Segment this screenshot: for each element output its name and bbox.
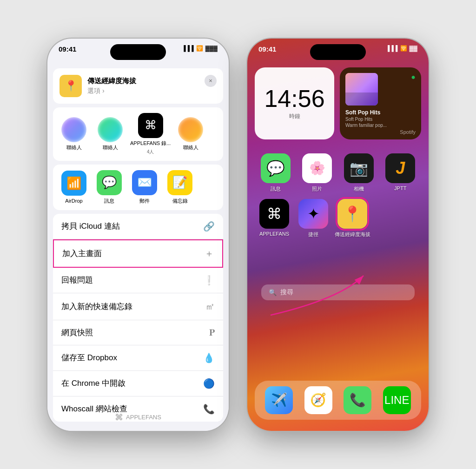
home-app-applefans[interactable]: ⌘ APPLEFANS [255, 199, 294, 238]
battery-icon: ▓▓▓ [205, 45, 218, 52]
jptt-label-home: JPTT [394, 185, 406, 191]
applefans-label-home: APPLEFANS [259, 231, 289, 237]
watermark-icon: ⌘ [115, 412, 123, 423]
share-close-button[interactable]: × [205, 75, 217, 87]
dynamic-island-right [310, 44, 366, 60]
whoscall-icon: 📞 [203, 403, 215, 415]
action-chrome[interactable]: 在 Chrome 中開啟 🔵 [53, 371, 223, 396]
notes-label: 備忘錄 [172, 198, 188, 205]
spotify-widget[interactable]: ● Soft Pop Hits Soft Pop Hits Warm famil… [340, 67, 421, 139]
watermark: ⌘ APPLEFANS [115, 412, 161, 423]
dock-phone[interactable]: 📞 [344, 386, 371, 414]
share-sheet: 📍 傳送經緯度海拔 選項 › × 聯絡人 聯絡人 ⌘ [47, 64, 229, 431]
person-1[interactable]: 聯絡人 [58, 117, 90, 151]
camera-label-home: 相機 [354, 185, 364, 192]
avatar-4 [178, 117, 203, 142]
home-app-camera[interactable]: 📷 相機 [344, 153, 374, 192]
photos-icon-home: 🌸 [302, 153, 332, 183]
spotify-art [345, 73, 378, 106]
app-message[interactable]: 💬 訊息 [93, 170, 126, 205]
home-app-shortcuts[interactable]: ✦ 捷徑 [294, 199, 333, 238]
dock: ✈️ 🧭 📞 LINE [255, 381, 421, 420]
mail-label: 郵件 [139, 198, 150, 205]
airdrop-label: AirDrop [65, 198, 82, 204]
home-app-photos[interactable]: 🌸 照片 [302, 153, 332, 192]
dock-safari[interactable]: 🧭 [304, 386, 332, 414]
people-row: 聯絡人 聯絡人 ⌘ APPLEFANS 錄... 4人 聯絡人 [53, 107, 223, 161]
action-add-home[interactable]: 加入主畫面 ＋ [53, 239, 223, 268]
avatar-2 [98, 117, 123, 142]
dropbox-label: 儲存至 Dropbox [61, 352, 117, 363]
snapshot-icon: 𝐏 [209, 327, 215, 338]
dock-line[interactable]: LINE [383, 386, 411, 414]
app-row-1: 💬 訊息 🌸 照片 📷 相機 J JPTT [247, 146, 429, 192]
spotify-playlist: Soft Pop Hits [345, 109, 416, 116]
search-icon-home: 🔍 [269, 289, 277, 296]
home-app-geo[interactable]: 📍 傳送經緯度海拔 [333, 199, 372, 238]
photos-label-home: 照片 [312, 185, 322, 192]
spotify-icon: ● [411, 73, 416, 81]
applefans-icon-home: ⌘ [259, 199, 289, 229]
share-header: 📍 傳送經緯度海拔 選項 › × [53, 68, 223, 104]
status-time-right: 09:41 [258, 45, 276, 53]
report-label: 回報問題 [61, 275, 93, 285]
action-report[interactable]: 回報問題 ❕ [53, 268, 223, 293]
add-home-label: 加入主畫面 [62, 248, 102, 259]
chrome-label: 在 Chrome 中開啟 [61, 378, 126, 389]
quicknote-icon: ㎡ [205, 300, 215, 313]
app-airdrop[interactable]: 📶 AirDrop [58, 171, 90, 204]
signal-icon: ▐▐▐ [182, 45, 194, 52]
home-app-message[interactable]: 💬 訊息 [261, 153, 291, 192]
clock-widget[interactable]: 14:56 時鐘 [255, 67, 334, 139]
safari-dock-icon: 🧭 [304, 386, 332, 414]
camera-icon-home: 📷 [344, 153, 374, 183]
share-options[interactable]: 選項 › [87, 87, 136, 95]
phone-dock-icon: 📞 [344, 386, 371, 414]
dynamic-island-left [110, 44, 166, 60]
action-icloud[interactable]: 拷貝 iCloud 連結 🔗 [53, 214, 223, 239]
mail-icon: ✉️ [132, 170, 157, 195]
status-time-left: 09:41 [59, 45, 76, 53]
battery-icon-r: ▓▓ [410, 45, 418, 52]
status-icons-left: ▐▐▐ 🛜 ▓▓▓ [182, 45, 218, 52]
clock-label: 時鐘 [289, 112, 300, 120]
app-notes[interactable]: 📝 備忘錄 [164, 170, 196, 205]
notes-icon: 📝 [167, 170, 192, 195]
person-2[interactable]: 聯絡人 [94, 117, 126, 151]
action-dropbox[interactable]: 儲存至 Dropbox 💧 [53, 345, 223, 371]
apps-row: 📶 AirDrop 💬 訊息 ✉️ 郵件 📝 備忘錄 [53, 165, 223, 210]
jptt-icon-home: J [385, 153, 415, 183]
dropbox-icon: 💧 [203, 352, 215, 363]
icloud-label: 拷貝 iCloud 連結 [61, 221, 120, 231]
right-phone: 09:41 ▐▐▐ 🛜 ▓▓ 14:56 時鐘 ● [247, 39, 429, 431]
spotify-subtitle2: Warm familiar pop... [345, 123, 416, 128]
search-placeholder: 搜尋 [280, 288, 293, 297]
share-title: 傳送經緯度海拔 [87, 77, 136, 86]
cmd-group-avatar: ⌘ [138, 113, 163, 138]
watermark-text: APPLEFANS [126, 414, 161, 421]
action-quicknote[interactable]: 加入新的快速備忘錄 ㎡ [53, 293, 223, 320]
app-mail[interactable]: ✉️ 郵件 [128, 170, 161, 205]
home-screen: 14:56 時鐘 ● Soft Pop Hits Soft Pop Hits W… [247, 39, 429, 431]
home-app-jptt[interactable]: J JPTT [385, 153, 415, 192]
line-dock-icon: LINE [383, 386, 411, 414]
person-3-cmd[interactable]: ⌘ APPLEFANS 錄... 4人 [130, 113, 171, 155]
clock-time: 14:56 [264, 86, 324, 111]
avatar-1 [61, 117, 86, 142]
share-app-icon: 📍 [60, 75, 82, 97]
action-list: 拷貝 iCloud 連結 🔗 加入主畫面 ＋ 回報問題 ❕ 加入新的快速備忘錄 … [53, 214, 223, 422]
chrome-icon: 🔵 [203, 378, 215, 389]
message-label: 訊息 [104, 198, 114, 205]
dock-mail[interactable]: ✈️ [265, 386, 293, 414]
action-snapshot[interactable]: 網頁快照 𝐏 [53, 320, 223, 345]
shortcuts-icon-home: ✦ [298, 199, 328, 229]
shortcuts-label-home: 捷徑 [308, 231, 318, 238]
airdrop-icon: 📶 [61, 171, 86, 196]
status-icons-right: ▐▐▐ 🛜 ▓▓ [386, 45, 417, 52]
quicknote-label: 加入新的快速備忘錄 [61, 301, 132, 312]
person-4[interactable]: 聯絡人 [174, 117, 207, 151]
search-bar[interactable]: 🔍 搜尋 [261, 284, 415, 300]
geo-label-home: 傳送經緯度海拔 [335, 231, 370, 238]
message-icon-home: 💬 [261, 153, 291, 183]
message-icon: 💬 [97, 170, 122, 195]
